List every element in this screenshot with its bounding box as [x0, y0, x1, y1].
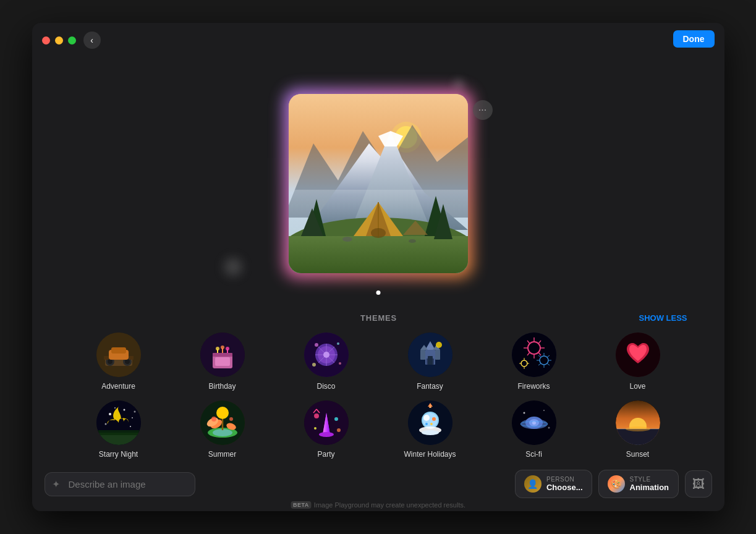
close-button[interactable]: [42, 36, 50, 44]
svg-point-124: [425, 423, 428, 425]
svg-point-51: [339, 362, 341, 365]
svg-point-115: [337, 428, 341, 432]
svg-point-26: [125, 359, 130, 364]
more-options-button[interactable]: ···: [473, 100, 493, 120]
theme-item-fantasy[interactable]: Fantasy: [381, 333, 480, 391]
svg-point-107: [229, 417, 233, 421]
svg-point-95: [134, 411, 135, 413]
person-button[interactable]: 👤 PERSON Choose...: [515, 470, 592, 498]
svg-point-38: [216, 347, 219, 350]
mountain-scene-svg: [289, 94, 468, 273]
svg-rect-33: [215, 357, 230, 366]
person-text: PERSON Choose...: [546, 476, 583, 492]
page-indicator: [376, 290, 380, 295]
done-button[interactable]: Done: [673, 30, 715, 48]
svg-point-92: [104, 423, 106, 425]
theme-label-fireworks: Fireworks: [517, 382, 550, 391]
theme-icon-fireworks: [512, 333, 556, 377]
theme-label-sunset: Sunset: [626, 450, 649, 459]
svg-rect-30: [129, 356, 134, 360]
theme-item-birthday[interactable]: Birthday: [173, 333, 272, 391]
style-label: STYLE: [630, 476, 651, 483]
theme-icon-fantasy: [408, 333, 452, 377]
image-glow-container: ···: [289, 94, 468, 273]
dot-1: [376, 290, 380, 295]
svg-point-39: [221, 345, 224, 349]
person-value: Choose...: [546, 483, 583, 492]
theme-icon-winter-holidays: [408, 400, 452, 445]
theme-label-sci-fi: Sci-fi: [525, 450, 542, 459]
generated-image: [289, 94, 468, 273]
svg-point-24: [108, 359, 113, 364]
style-value: Animation: [630, 483, 669, 492]
svg-point-40: [226, 347, 229, 350]
theme-item-winter-holidays[interactable]: Winter Holidays: [381, 400, 480, 459]
theme-icon-love: [616, 333, 660, 377]
svg-rect-62: [428, 356, 433, 365]
style-icon: 🎨: [608, 475, 625, 493]
theme-item-adventure[interactable]: Adventure: [69, 333, 168, 391]
svg-point-123: [430, 423, 433, 425]
theme-label-summer: Summer: [208, 450, 236, 459]
theme-icon-disco: [304, 333, 349, 377]
theme-item-fireworks[interactable]: Fireworks: [485, 333, 584, 391]
describe-input-wrapper: ✦: [45, 472, 509, 496]
svg-point-137: [548, 427, 550, 429]
theme-item-love[interactable]: Love: [588, 333, 687, 391]
bottom-bar: ✦ 👤 PERSON Choose... 🎨 STYLE Animation 🖼: [32, 465, 724, 506]
back-button[interactable]: ‹: [83, 32, 101, 49]
svg-point-122: [432, 417, 436, 421]
theme-label-fantasy: Fantasy: [417, 382, 443, 391]
themes-grid: Adventure Birthday Disco: [69, 333, 687, 459]
photo-library-button[interactable]: 🖼: [685, 470, 712, 498]
theme-label-adventure: Adventure: [101, 382, 135, 391]
svg-point-112: [314, 413, 319, 418]
theme-item-summer[interactable]: Summer: [173, 400, 272, 459]
theme-item-sci-fi[interactable]: Sci-fi: [485, 400, 584, 459]
sparkle-icon: ✦: [52, 478, 60, 490]
svg-point-135: [523, 412, 525, 414]
theme-icon-sci-fi: [512, 400, 556, 445]
svg-rect-59: [420, 350, 425, 360]
svg-point-50: [337, 342, 339, 345]
theme-item-disco[interactable]: Disco: [277, 333, 376, 391]
theme-icon-birthday: [200, 333, 245, 377]
svg-point-17: [371, 228, 386, 238]
style-button[interactable]: 🎨 STYLE Animation: [598, 470, 679, 498]
theme-item-sunset[interactable]: Sunset: [588, 400, 687, 459]
traffic-lights: [42, 36, 76, 44]
svg-point-111: [319, 432, 334, 437]
image-area: ···: [32, 54, 724, 313]
style-text: STYLE Animation: [630, 476, 669, 492]
svg-point-143: [626, 426, 650, 431]
theme-icon-party: [304, 400, 349, 445]
themes-title: THEMES: [119, 313, 639, 323]
person-label: PERSON: [546, 476, 574, 483]
beta-notice-text: Image Playground may create unexpected r…: [314, 501, 465, 509]
svg-point-114: [314, 427, 316, 430]
svg-point-94: [114, 407, 116, 409]
minimize-button[interactable]: [55, 36, 63, 44]
maximize-button[interactable]: [68, 36, 76, 44]
svg-point-52: [312, 363, 316, 367]
svg-point-113: [334, 417, 338, 421]
svg-point-136: [543, 410, 545, 411]
theme-icon-starry-night: [96, 400, 141, 445]
blur-decoration-left: [224, 258, 242, 276]
svg-point-126: [422, 430, 439, 435]
describe-input[interactable]: [45, 472, 195, 496]
app-window: ‹ Done: [32, 23, 724, 511]
theme-label-disco: Disco: [316, 382, 335, 391]
theme-item-starry-night[interactable]: Starry Night: [69, 400, 168, 459]
theme-item-party[interactable]: Party: [277, 400, 376, 459]
svg-point-106: [211, 417, 216, 422]
svg-rect-9: [289, 236, 468, 273]
theme-label-party: Party: [317, 450, 334, 459]
svg-point-19: [409, 239, 416, 243]
themes-header: THEMES SHOW LESS: [69, 313, 687, 323]
svg-rect-28: [111, 347, 126, 354]
main-content: ··· THEMES SHOW LESS Adventure: [32, 23, 724, 511]
beta-notice: BETA Image Playground may create unexpec…: [291, 501, 465, 511]
theme-label-winter-holidays: Winter Holidays: [404, 450, 456, 459]
show-less-button[interactable]: SHOW LESS: [639, 313, 687, 323]
